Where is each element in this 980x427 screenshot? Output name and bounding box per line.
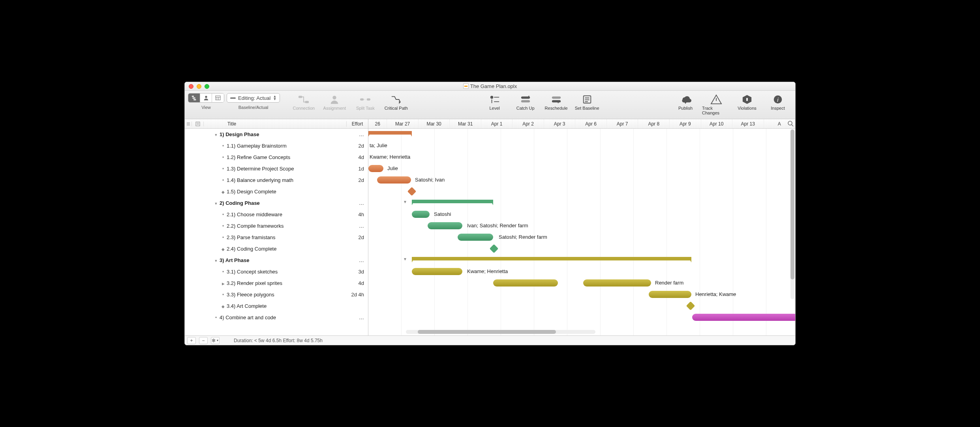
task-bar[interactable] [377, 176, 411, 184]
task-row[interactable]: 2.2) Compile frameworks … [185, 220, 368, 232]
summary-bar[interactable] [412, 200, 493, 205]
task-effort: … [347, 257, 366, 263]
task-bar[interactable] [412, 268, 462, 275]
effort-column-header[interactable]: Effort [346, 121, 368, 127]
svg-rect-20 [552, 100, 561, 103]
collapse-icon[interactable]: ▼ [403, 257, 407, 261]
task-title: 1.3) Determine Project Scope [227, 166, 347, 172]
task-title: 3.3) Fleece polygons [227, 292, 347, 298]
timeline-date: Apr 1 [481, 119, 513, 128]
level-button[interactable]: Level [481, 93, 509, 110]
set-baseline-button[interactable]: Set Baseline [573, 93, 601, 110]
task-row[interactable]: 3.1) Concept sketches 3d [185, 266, 368, 277]
reschedule-button[interactable]: Reschedule [542, 93, 571, 110]
task-row[interactable]: 3.2) Render pixel sprites 4d [185, 277, 368, 289]
minus-icon [230, 97, 236, 99]
timeline-date: Apr 10 [701, 119, 733, 128]
app-window: The Game Plan.oplx View Editing: Actual … [184, 82, 796, 345]
caretdn-icon[interactable] [212, 258, 220, 263]
task-row[interactable]: 1.4) Balance underlying math 2d [185, 174, 368, 186]
track-changes-button[interactable]: Track Changes [702, 93, 730, 115]
task-bar[interactable] [412, 211, 430, 218]
timeline-date: Apr 3 [544, 119, 576, 128]
summary-bar[interactable] [368, 131, 412, 137]
task-assignees: ta; Julie [370, 142, 387, 148]
bullet-icon [220, 155, 227, 160]
publish-button[interactable]: Publish [671, 93, 700, 110]
task-row[interactable]: 2.3) Parse framistans 2d [185, 232, 368, 243]
bullet-icon [220, 166, 227, 172]
svg-point-36 [788, 121, 792, 125]
add-button[interactable]: + [187, 337, 196, 344]
baseline-dropdown[interactable]: Editing: Actual ▲▼ [227, 93, 280, 103]
connection-button[interactable]: Connection [289, 93, 318, 110]
svg-rect-2 [193, 99, 196, 101]
view-calendar-button[interactable] [212, 94, 224, 102]
caret-icon[interactable] [220, 281, 227, 286]
task-bar[interactable] [493, 279, 558, 287]
task-row[interactable]: 1.3) Determine Project Scope 1d [185, 163, 368, 174]
svg-rect-33 [196, 122, 200, 126]
task-bar[interactable] [458, 234, 493, 241]
horizontal-scrollbar[interactable] [406, 330, 595, 334]
title-column-header[interactable]: Title [204, 121, 346, 127]
task-outline[interactable]: 1) Design Phase … 1.1) Gameplay Brainsto… [185, 129, 368, 335]
remove-button[interactable]: − [199, 337, 208, 344]
view-gantt-button[interactable] [188, 94, 200, 102]
task-row[interactable]: 3.4) Art Complete [185, 300, 368, 312]
bullet-icon [220, 292, 227, 298]
action-menu-button[interactable]: ✻▼ [211, 337, 220, 344]
task-row[interactable]: 2.1) Choose middleware 4h [185, 209, 368, 220]
task-title: 4) Combine art and code [220, 315, 347, 320]
svg-rect-0 [191, 96, 193, 97]
svg-point-15 [490, 96, 493, 99]
zoom-icon[interactable] [787, 120, 794, 127]
task-row[interactable]: 2) Coding Phase … [185, 197, 368, 209]
task-effort: 4d [347, 154, 366, 160]
task-bar[interactable] [649, 291, 691, 298]
svg-rect-12 [367, 98, 370, 101]
violations-button[interactable]: Violations [733, 93, 761, 110]
task-assignees: Satoshi; Render farm [499, 234, 547, 240]
task-row[interactable]: 1.1) Gameplay Brainstorm 2d [185, 140, 368, 152]
scrollbar-thumb[interactable] [418, 330, 556, 334]
catch-up-button[interactable]: Catch Up [511, 93, 540, 110]
vertical-scrollbar[interactable] [790, 129, 794, 299]
bullet-icon [220, 212, 227, 217]
task-title: 1.1) Gameplay Brainstorm [227, 143, 347, 149]
critical-path-button[interactable]: Critical Path [382, 93, 410, 110]
task-row[interactable]: 3) Art Phase … [185, 255, 368, 266]
diamond-icon [220, 246, 227, 252]
collapse-icon[interactable]: ▼ [403, 200, 407, 204]
task-row[interactable]: 2.4) Coding Complete [185, 243, 368, 255]
task-bar[interactable] [692, 314, 795, 321]
svg-rect-8 [299, 96, 302, 98]
split-task-button[interactable]: Split Task [351, 93, 379, 110]
status-bar: + − ✻▼ Duration: < 5w 4d 6.5h Effort: 8w… [185, 335, 795, 345]
task-bar[interactable] [368, 165, 383, 172]
document-icon [463, 83, 469, 89]
task-row[interactable]: 1.2) Refine Game Concepts 4d [185, 152, 368, 163]
inspect-button[interactable]: i Inspect [764, 93, 792, 110]
baseline-dropdown-value: Editing: Actual [238, 95, 270, 101]
task-bar[interactable] [428, 222, 462, 229]
task-bar[interactable] [583, 279, 651, 287]
task-assignees: Ivan; Satoshi; Render farm [467, 223, 528, 228]
summary-bar[interactable] [412, 257, 691, 262]
scrollbar-thumb[interactable] [790, 129, 794, 279]
task-title: 2.1) Choose middleware [227, 212, 347, 217]
caretdn-icon[interactable] [212, 132, 220, 137]
task-row[interactable]: 3.3) Fleece polygons 2d 4h [185, 289, 368, 300]
bullet-icon [220, 269, 227, 275]
caretdn-icon[interactable] [212, 200, 220, 206]
task-row[interactable]: 4) Combine art and code … [185, 312, 368, 323]
status-text: Duration: < 5w 4d 6.5h Effort: 8w 4d 5.7… [234, 338, 323, 343]
svg-rect-17 [521, 100, 530, 103]
assignment-button[interactable]: Assignment [320, 93, 349, 110]
view-resource-button[interactable] [200, 94, 212, 102]
task-row[interactable]: 1) Design Phase … [185, 129, 368, 140]
svg-rect-11 [360, 98, 364, 101]
track-changes-icon [709, 94, 723, 105]
task-row[interactable]: 1.5) Design Complete [185, 186, 368, 197]
gantt-chart[interactable]: ta; JulieKwame; HenriettaJulieSatoshi; I… [368, 129, 795, 335]
